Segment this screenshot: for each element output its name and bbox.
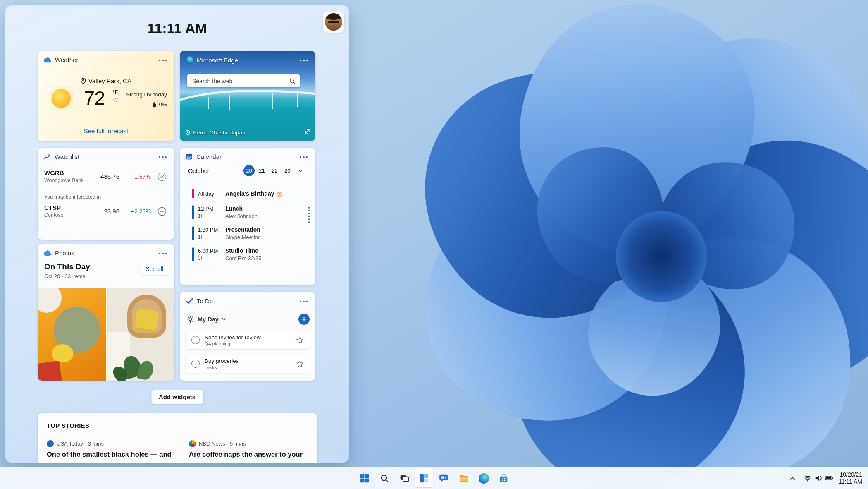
stock-row[interactable]: WGRB Woodgrove Bank 435.75 -1.67% (44, 169, 169, 184)
photos-subheading: Oct 20 · 33 items (44, 273, 85, 279)
event-subtitle: Conf Rm 32/35 (225, 255, 261, 261)
news-story[interactable]: NBC News · 5 mins Are coffee naps the an… (189, 440, 317, 458)
task-list-name: Q4 planning (205, 341, 261, 346)
task-checkbox[interactable] (191, 336, 200, 344)
event-duration: 3h (198, 255, 221, 261)
edge-browser-button[interactable] (475, 469, 493, 487)
stock-price: 435.75 (92, 173, 119, 180)
volume-tray-button[interactable] (813, 470, 824, 487)
calendar-title: Calendar (196, 153, 222, 160)
photo-collage (38, 288, 174, 381)
star-icon[interactable] (296, 360, 304, 367)
event-time: 1:30 PM (198, 227, 221, 233)
task-checkbox[interactable] (191, 360, 200, 368)
microsoft-store-button[interactable] (494, 469, 513, 487)
network-tray-button[interactable] (802, 470, 813, 487)
windows-start-icon (359, 473, 370, 484)
news-headline[interactable]: One of the smallest black holes — and (47, 451, 180, 458)
calendar-widget: Calendar October 20 21 22 23 All day Ang… (180, 148, 315, 285)
todo-more-icon[interactable] (298, 300, 309, 304)
weather-location: Valley Park, CA (88, 77, 131, 84)
see-full-forecast-link[interactable]: See full forecast (38, 127, 174, 134)
see-all-button[interactable]: See all (140, 263, 169, 275)
widgets-panel: 11:11 AM Weather Valley Park, CA 72 °F °… (5, 5, 349, 463)
battery-tray-button[interactable] (824, 470, 835, 487)
calendar-more-icon[interactable] (298, 155, 309, 159)
chat-button[interactable] (435, 469, 453, 487)
celsius-label[interactable]: °C (111, 98, 120, 103)
todo-task[interactable]: Send invites for review Q4 planning (186, 331, 310, 349)
photos-cloud-icon (43, 250, 51, 256)
unit-toggle[interactable]: °F °C (111, 90, 120, 103)
edge-logo-icon (186, 56, 193, 64)
add-widgets-button[interactable]: Add widgets (151, 390, 203, 404)
location-pin-icon (81, 78, 86, 84)
expand-icon[interactable] (304, 128, 310, 136)
widgets-icon (419, 473, 429, 484)
search-button[interactable] (375, 469, 393, 487)
show-hidden-icons-button[interactable] (787, 470, 798, 487)
photos-widget: Photos On This Day Oct 20 · 33 items See… (38, 244, 174, 381)
web-search-input[interactable] (187, 78, 289, 84)
photo-thumbnail[interactable] (38, 288, 106, 381)
start-button[interactable] (355, 469, 374, 487)
chevron-down-icon[interactable] (297, 167, 304, 175)
photo-thumbnail[interactable] (107, 288, 175, 381)
stock-name: Contoso (44, 212, 64, 218)
weather-more-icon[interactable] (157, 58, 168, 62)
watchlist-added-icon[interactable] (157, 172, 167, 181)
task-view-button[interactable] (395, 469, 413, 487)
fahrenheit-label[interactable]: °F (111, 90, 120, 95)
watchlist-more-icon[interactable] (157, 155, 168, 159)
edge-widget-title: Microsoft Edge (197, 57, 238, 64)
usa-today-icon (47, 440, 54, 447)
todo-logo-icon (186, 298, 193, 304)
task-view-icon (399, 473, 410, 484)
watchlist-widget: Watchlist WGRB Woodgrove Bank 435.75 -1.… (38, 148, 174, 240)
edge-more-icon[interactable] (298, 58, 309, 62)
calendar-day[interactable]: 23 (282, 165, 293, 176)
add-to-watchlist-icon[interactable] (157, 207, 167, 216)
stock-symbol: CTSP (44, 204, 92, 211)
calendar-event[interactable]: 12 PM 1h Lunch Alex Johnson (192, 205, 310, 219)
stock-price: 23.98 (92, 208, 119, 215)
event-subtitle: Skype Meeting (225, 234, 261, 240)
taskbar-clock[interactable]: 10/20/21 11:11 AM (839, 471, 862, 485)
photo-caption: Ikema Ohashi, Japan (193, 129, 246, 136)
search-icon[interactable] (289, 78, 296, 84)
task-title: Send invites for review (205, 334, 261, 340)
widgets-button[interactable] (415, 469, 433, 487)
calendar-day[interactable]: 21 (256, 165, 267, 176)
user-avatar[interactable] (323, 11, 344, 33)
news-headline[interactable]: Are coffee naps the answer to your (189, 451, 317, 458)
edge-widget: Microsoft Edge Ikema Ohashi, Japan (180, 51, 315, 141)
file-explorer-button[interactable] (455, 469, 473, 487)
chevron-up-icon (789, 475, 796, 482)
event-time: All day (198, 191, 221, 197)
watchlist-hint: You may be interested in (44, 194, 101, 200)
precipitation-value: 0% (159, 101, 167, 108)
event-title: Studio Time (225, 247, 261, 254)
task-list-name: Tasks (205, 365, 239, 370)
star-icon[interactable] (296, 336, 304, 344)
todo-task[interactable]: Buy groceries Tasks (186, 355, 310, 373)
news-story[interactable]: USA Today · 3 mins One of the smallest b… (47, 440, 180, 458)
calendar-month: October (188, 168, 210, 174)
event-more-icon[interactable] (308, 207, 310, 223)
chevron-down-icon[interactable] (222, 318, 227, 321)
calendar-event[interactable]: 6:00 PM 3h Studio Time Conf Rm 32/35 (192, 247, 310, 261)
photos-more-icon[interactable] (157, 252, 168, 256)
my-day-label[interactable]: My Day (198, 316, 219, 323)
event-subtitle: Alex Johnson (225, 213, 258, 219)
calendar-day[interactable]: 22 (269, 165, 280, 176)
photo-location-pin-icon (186, 130, 190, 136)
calendar-event[interactable]: All day Angela's Birthday 🎂 (192, 189, 310, 198)
wifi-icon (804, 474, 812, 482)
stock-row[interactable]: CTSP Contoso 23.98 +2.23% (44, 204, 169, 218)
event-time: 6:00 PM (198, 248, 221, 254)
weather-widget: Weather Valley Park, CA 72 °F °C Strong … (38, 51, 174, 141)
add-task-button[interactable] (298, 314, 310, 325)
calendar-event[interactable]: 1:30 PM 1h Presentation Skype Meeting (192, 226, 310, 240)
calendar-day-selected[interactable]: 20 (243, 165, 255, 176)
speaker-icon (814, 474, 823, 482)
